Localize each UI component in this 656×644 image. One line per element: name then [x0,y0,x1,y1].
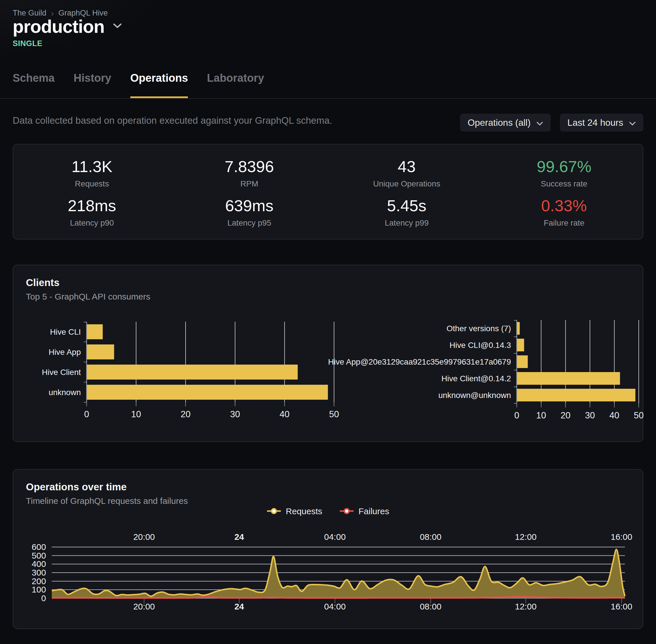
y-tick-label: 0 [41,593,46,603]
x-tick-label-bottom: 12:00 [515,602,537,611]
tab-operations[interactable]: Operations [130,72,188,99]
x-tick-label-bottom: 16:00 [611,602,632,611]
ops-card-title: Operations over time [26,481,126,493]
stat-label: Requests [75,179,109,188]
clients-card: Clients Top 5 - GraphQL API consumers 01… [13,265,643,442]
clients-card-subtitle: Top 5 - GraphQL API consumers [26,292,150,302]
legend-item-requests[interactable]: Requests [267,506,322,516]
stat-label: Latency p95 [227,218,271,228]
page-description: Data collected based on operation execut… [13,115,332,126]
x-tick-label-top: 16:00 [611,532,632,542]
operations-over-time-card: Operations over time Timeline of GraphQL… [13,469,643,629]
x-tick-label: 50 [634,410,643,420]
stat-value: 11.3K [71,157,112,176]
stat-label: RPM [240,179,258,188]
stat-rpm: 7.8396 RPM [171,153,328,192]
failures-line [52,597,625,598]
bar-label: unknown@unknown [438,391,511,400]
period-filter-dropdown[interactable]: Last 24 hours [560,114,643,132]
x-tick-label-bottom: 24 [234,602,244,611]
stats-grid: 11.3K Requests 7.8396 RPM 43 Unique Oper… [13,144,643,239]
operations-filter-label: Operations (all) [468,117,531,128]
x-tick-label-bottom: 08:00 [420,602,441,611]
x-tick-label: 10 [536,410,546,420]
x-tick-label-top: 20:00 [133,532,155,542]
stat-requests: 11.3K Requests [13,153,171,192]
x-tick-label: 20 [181,409,190,419]
x-tick-label: 10 [131,409,141,419]
breadcrumb-separator: › [51,9,54,17]
x-tick-label-bottom: 20:00 [133,602,155,611]
chevron-down-icon[interactable] [113,23,122,30]
ops-card-subtitle: Timeline of GraphQL requests and failure… [26,496,188,506]
clients-card-title: Clients [26,277,60,288]
y-tick-label: 100 [32,585,46,594]
stat-latency-p99: 5.45s Latency p99 [328,192,485,231]
stat-label: Unique Operations [373,179,440,188]
stat-label: Latency p90 [70,218,114,228]
bar-chart-svg: 01020304050Other versions (7)Hive CLI@0.… [217,320,650,422]
x-tick-label: 0 [514,410,519,420]
y-tick-label: 200 [32,576,46,586]
tab-schema[interactable]: Schema [13,72,55,99]
requests-legend-marker-icon [267,506,281,516]
bar-label: Other versions (7) [447,324,511,333]
failures-legend-marker-icon [339,506,354,516]
bar [517,322,520,335]
bar [517,339,524,351]
y-tick-label: 500 [32,551,46,560]
target-mode-badge: SINGLE [13,39,43,48]
period-filter-label: Last 24 hours [567,117,623,128]
legend-label: Failures [358,506,389,516]
bar-label: Hive CLI@0.14.3 [449,341,511,350]
stat-value: 639ms [225,196,273,215]
tab-laboratory[interactable]: Laboratory [207,72,264,99]
timeline-chart: 010020030040050060020:0020:00242404:0004… [13,528,644,616]
operations-filter-dropdown[interactable]: Operations (all) [460,114,551,132]
timeline-svg: 010020030040050060020:0020:00242404:0004… [13,528,644,615]
bar [517,389,635,401]
x-tick-label: 40 [609,410,619,420]
stat-value: 7.8396 [225,157,274,176]
bar-label: Hive App@20e3129caa921c35e9979631e17a067… [328,358,511,366]
stat-value: 0.33% [541,196,587,215]
target-selector[interactable]: production [13,16,122,37]
bar-label: Hive Client@0.14.2 [441,374,511,383]
page-title: production [13,16,104,37]
bar [87,344,114,360]
y-tick-label: 400 [32,559,46,569]
legend-item-failures[interactable]: Failures [339,506,389,516]
requests-area [52,549,625,598]
y-tick-label: 300 [32,568,46,577]
bar-label: Hive CLI [50,327,81,337]
stat-label: Success rate [541,179,587,188]
stat-value: 5.45s [387,196,426,215]
x-tick-label-top: 04:00 [324,532,346,542]
stat-latency-p95: 639ms Latency p95 [171,192,328,231]
stat-label: Latency p99 [385,218,429,228]
stat-label: Failure rate [544,218,585,228]
chevron-down-icon [536,117,543,128]
clients-by-version-chart: 01020304050Other versions (7)Hive CLI@0.… [217,320,650,423]
timeline-legend: Requests Failures [13,506,643,516]
x-tick-label: 20 [561,410,570,420]
bar-label: unknown [49,388,81,397]
y-tick-label: 600 [32,542,46,552]
x-tick-label-bottom: 04:00 [324,602,346,611]
tab-divider [0,98,656,99]
filter-controls: Operations (all) Last 24 hours [460,114,643,132]
stat-success-rate: 99.67% Success rate [485,153,643,192]
stat-value: 99.67% [537,157,591,176]
x-tick-label: 0 [84,409,89,419]
tab-bar: Schema History Operations Laboratory [13,72,264,99]
stat-latency-p90: 218ms Latency p90 [13,192,171,231]
stat-failure-rate: 0.33% Failure rate [485,192,643,231]
stat-unique-operations: 43 Unique Operations [328,153,485,192]
bar-label: Hive Client [42,368,81,377]
stats-summary-card: 11.3K Requests 7.8396 RPM 43 Unique Oper… [13,144,643,239]
tab-history[interactable]: History [74,72,111,99]
x-tick-label-top: 08:00 [420,532,441,542]
stat-value: 43 [398,157,416,176]
chevron-down-icon [629,117,636,128]
bar-label: Hive App [49,348,81,356]
